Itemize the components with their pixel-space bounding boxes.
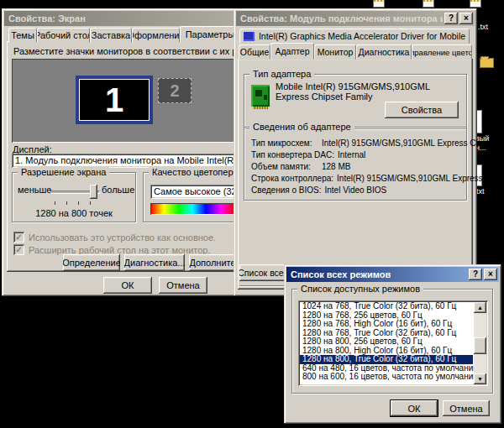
button-label: Отмена — [449, 404, 482, 414]
tab-label: Монитор — [318, 47, 354, 57]
button-label: Свойства — [402, 105, 442, 115]
color-quality-value: Самое высокое (32 б — [154, 186, 244, 196]
resolution-group: Разрешение экрана меньше больше 1280 на … — [12, 172, 136, 222]
help-icon: ? — [449, 14, 454, 23]
tab-themes[interactable]: Темы — [8, 28, 37, 43]
info-row: Строка контроллера: Intel(R) 915GM/GMS,9… — [251, 174, 504, 183]
button-label: ОК — [122, 280, 134, 290]
button-label: Определение — [63, 258, 120, 268]
adapter-info-group: Сведения об адаптере Тип микросхем: Inte… — [244, 127, 467, 201]
arrow-up-icon: ▲ — [477, 305, 483, 311]
adapter-type-group-title: Тип адаптера — [249, 69, 314, 79]
ok-button[interactable]: ОК — [391, 400, 438, 416]
extend-desktop-checkbox: ✓ — [13, 244, 24, 255]
tab-appearance[interactable]: Оформление — [132, 28, 180, 43]
slider-tick — [55, 201, 55, 205]
tab-settings[interactable]: Параметры — [180, 26, 240, 43]
notepad-file-icon[interactable] — [423, 0, 434, 8]
close-button[interactable]: × — [459, 13, 473, 24]
tab-label: Общие — [240, 47, 270, 57]
notepad-file-icon[interactable] — [373, 0, 385, 8]
tab-monitor[interactable]: Монитор — [314, 44, 356, 60]
tab-label: Рабочий стол — [37, 30, 90, 40]
button-label: Диагностика... — [124, 258, 185, 268]
scroll-up-button[interactable]: ▲ — [474, 302, 486, 313]
text-file-icon[interactable] — [476, 110, 482, 133]
display-combobox[interactable]: 1. Модуль подключения монитора на Mobile… — [12, 154, 269, 168]
primary-device-label: Использовать это устройство как основное… — [29, 232, 216, 243]
available-modes-group-title: Список доступных режимов — [297, 284, 423, 294]
info-label: Строка контроллера: — [251, 174, 337, 183]
monitor-2[interactable]: 2 — [158, 78, 192, 103]
tab-color-management[interactable]: Управление цветом — [412, 44, 472, 60]
tab-label: Адаптер — [275, 46, 309, 56]
monitor-1-label: 1 — [105, 81, 123, 119]
scroll-down-button[interactable]: ▼ — [474, 373, 486, 384]
notepad-file-icon[interactable] — [470, 0, 481, 8]
info-row: Сведения о BIOS: Intel Video BIOS — [251, 185, 386, 195]
checkmark-icon: ✓ — [15, 245, 22, 254]
available-modes-group: Список доступных режимов 1024 на 768, Tr… — [291, 289, 493, 394]
tab-label: Оформление — [132, 30, 180, 40]
info-label: Сведения о BIOS: — [251, 185, 324, 195]
info-value: Internal — [338, 150, 365, 159]
tab-desktop[interactable]: Рабочий стол — [37, 28, 90, 43]
cancel-button[interactable]: Отмена — [159, 277, 207, 294]
desktop-icon-label[interactable]: txt — [476, 187, 485, 196]
info-label: Тип микросхем: — [251, 138, 322, 148]
help-button[interactable]: ? — [469, 269, 482, 280]
list-item[interactable]: 800 на 600, 16 цветов, частота по умолча… — [300, 373, 473, 382]
help-button[interactable]: ? — [444, 13, 458, 24]
resolution-slider-thumb[interactable] — [90, 185, 97, 199]
window-title: Свойства: Модуль подключения монитора и … — [240, 13, 443, 23]
monitor-1[interactable]: 1 — [76, 76, 153, 124]
info-row: Тип конвертера DAC: Internal — [251, 150, 365, 159]
tab-label: Параметры — [186, 29, 235, 39]
close-icon: × — [488, 270, 493, 279]
arrow-down-icon: ▼ — [477, 376, 483, 382]
checkmark-icon: ✓ — [15, 232, 22, 242]
close-icon: × — [464, 14, 469, 23]
resolution-value: 1280 на 800 точек — [13, 208, 135, 218]
modes-list: 1024 на 768, True Color (32 бита), 60 Гц… — [300, 302, 473, 382]
tab-label: Диагностика — [359, 47, 410, 57]
intel-graphics-icon — [244, 32, 255, 41]
adapter-properties-button[interactable]: Свойства — [385, 102, 459, 118]
list-item[interactable]: 1024 на 768, True Color (32 бита), 60 Гц — [300, 302, 473, 311]
slider-tick — [78, 201, 79, 205]
tab-intel-driver[interactable]: Intel(R) Graphics Media Accelerator Driv… — [239, 29, 470, 44]
ok-button[interactable]: ОК — [103, 277, 152, 294]
modes-window-titlebar[interactable]: Список всех режимов ? × — [286, 267, 499, 282]
instruction-text: Разместите значки мониторов в соответств… — [13, 46, 262, 56]
help-icon: ? — [473, 270, 478, 279]
slider-tick — [90, 201, 91, 205]
window-title: Список всех режимов — [291, 269, 467, 279]
listbox-scrollbar[interactable]: ▲ ▼ — [474, 302, 486, 384]
troubleshoot-button[interactable]: Диагностика... — [124, 254, 185, 271]
list-item-selected[interactable]: 1280 на 800, True Color (32 бита), 60 Гц — [300, 355, 473, 364]
tab-screensaver[interactable]: Заставка — [90, 28, 132, 43]
adapter-window-titlebar[interactable]: Свойства: Модуль подключения монитора и … — [236, 11, 475, 26]
slider-tick — [66, 201, 67, 205]
list-item[interactable]: 1280 на 800, 256 цветов, 60 Гц — [300, 337, 473, 347]
list-item[interactable]: 1280 на 768, High Color (16 бит), 60 Гц — [300, 320, 473, 329]
identify-button[interactable]: Определение — [63, 254, 120, 271]
info-label: Тип конвертера DAC: — [251, 150, 338, 159]
close-button[interactable]: × — [484, 269, 497, 280]
resolution-group-title: Разрешение экрана — [18, 167, 109, 177]
folder-icon[interactable] — [480, 58, 494, 68]
resolution-less-label: меньше — [18, 185, 51, 195]
tab-adapter[interactable]: Адаптер — [270, 43, 314, 60]
tab-troubleshoot[interactable]: Диагностика — [356, 44, 412, 60]
tab-label: Управление цветом — [412, 48, 472, 57]
scrollbar-thumb[interactable] — [474, 337, 486, 354]
modes-list-window: Список всех режимов ? × Список доступных… — [284, 264, 501, 424]
adapter-name: Mobile Intel(R) 915GM/GMS,910GML Express… — [276, 81, 444, 102]
tab-label: Темы — [11, 30, 34, 40]
cancel-button[interactable]: Отмена — [443, 400, 490, 416]
tab-label: Заставка — [92, 30, 130, 40]
tab-general[interactable]: Общие — [239, 44, 270, 60]
desktop-icon-label[interactable]: .txt — [478, 23, 488, 31]
adapter-tab-page: Тип адаптера Mobile Intel(R) 915GM/GMS,9… — [238, 59, 473, 290]
modes-listbox[interactable]: 1024 на 768, True Color (32 бита), 60 Гц… — [298, 300, 488, 386]
